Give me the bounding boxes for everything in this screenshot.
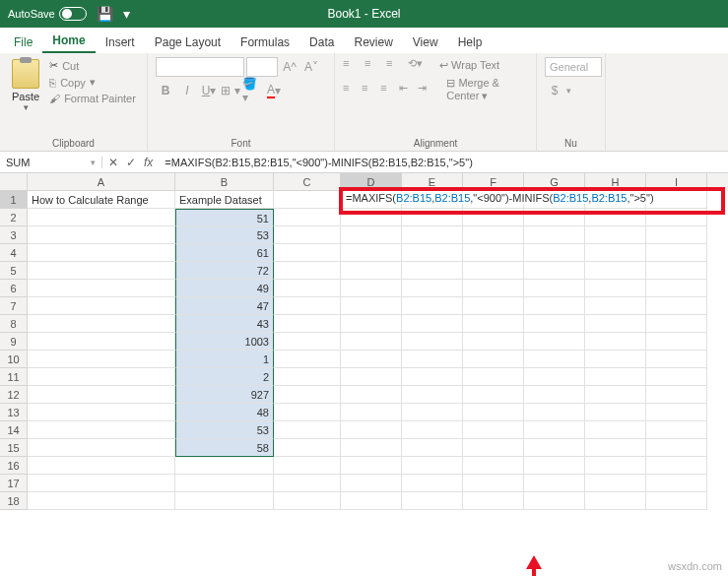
cell-E7[interactable] — [402, 297, 463, 315]
cell-F13[interactable] — [463, 404, 524, 421]
menu-formulas[interactable]: Formulas — [231, 32, 299, 53]
cell-H15[interactable] — [585, 439, 646, 457]
cell-G13[interactable] — [524, 404, 585, 421]
save-icon[interactable]: 💾 — [97, 6, 113, 22]
cell-B16[interactable] — [175, 457, 274, 475]
format-painter-button[interactable]: 🖌Format Painter — [49, 91, 136, 106]
cell-E10[interactable] — [402, 351, 463, 368]
row-header-16[interactable]: 16 — [0, 457, 28, 475]
row-header-8[interactable]: 8 — [0, 315, 28, 333]
cell-B1[interactable]: Example Dataset — [175, 191, 274, 209]
cell-F3[interactable] — [463, 226, 524, 244]
italic-button[interactable]: I — [177, 81, 197, 100]
row-header-15[interactable]: 15 — [0, 439, 28, 457]
cell-C8[interactable] — [274, 315, 341, 333]
cell-D4[interactable] — [341, 244, 402, 262]
cell-I15[interactable] — [646, 439, 707, 457]
cell-C15[interactable] — [274, 439, 341, 457]
cell-E8[interactable] — [402, 315, 463, 333]
cell-G14[interactable] — [524, 421, 585, 439]
cell-H18[interactable] — [585, 492, 646, 510]
menu-file[interactable]: File — [4, 32, 42, 53]
menu-home[interactable]: Home — [42, 30, 95, 53]
cell-B7[interactable]: 47 — [175, 297, 274, 315]
cell-B8[interactable]: 43 — [175, 315, 274, 333]
cell-C10[interactable] — [274, 351, 341, 368]
cell-A7[interactable] — [28, 297, 175, 315]
cell-A12[interactable] — [28, 386, 175, 404]
cell-H12[interactable] — [585, 386, 646, 404]
cell-G17[interactable] — [524, 475, 585, 492]
cell-A16[interactable] — [28, 457, 175, 475]
cell-H10[interactable] — [585, 351, 646, 368]
cell-I5[interactable] — [646, 262, 707, 280]
cell-E2[interactable] — [402, 209, 463, 226]
cell-H5[interactable] — [585, 262, 646, 280]
row-header-4[interactable]: 4 — [0, 244, 28, 262]
cell-H2[interactable] — [585, 209, 646, 226]
col-header-B[interactable]: B — [175, 173, 274, 191]
menu-help[interactable]: Help — [448, 32, 493, 53]
cell-G8[interactable] — [524, 315, 585, 333]
indent-increase-button[interactable]: ⇥ — [418, 82, 432, 97]
cell-I11[interactable] — [646, 368, 707, 386]
cell-D16[interactable] — [341, 457, 402, 475]
cell-F15[interactable] — [463, 439, 524, 457]
cell-H14[interactable] — [585, 421, 646, 439]
cell-G12[interactable] — [524, 386, 585, 404]
cell-F8[interactable] — [463, 315, 524, 333]
number-format-select[interactable]: General — [545, 57, 602, 77]
cell-C12[interactable] — [274, 386, 341, 404]
qat-dropdown-icon[interactable]: ▾ — [123, 6, 130, 22]
cell-A11[interactable] — [28, 368, 175, 386]
cell-C7[interactable] — [274, 297, 341, 315]
cell-B14[interactable]: 53 — [175, 421, 274, 439]
cell-C17[interactable] — [274, 475, 341, 492]
cell-E13[interactable] — [402, 404, 463, 421]
cell-I8[interactable] — [646, 315, 707, 333]
font-size-select[interactable] — [246, 57, 278, 77]
row-header-17[interactable]: 17 — [0, 475, 28, 492]
cell-H3[interactable] — [585, 226, 646, 244]
align-center-button[interactable]: ≡ — [362, 82, 376, 97]
cancel-formula-button[interactable]: ✕ — [108, 156, 118, 169]
row-header-3[interactable]: 3 — [0, 226, 28, 244]
cell-A15[interactable] — [28, 439, 175, 457]
cell-E6[interactable] — [402, 280, 463, 297]
indent-decrease-button[interactable]: ⇤ — [399, 82, 414, 97]
cell-G5[interactable] — [524, 262, 585, 280]
cell-C11[interactable] — [274, 368, 341, 386]
align-left-button[interactable]: ≡ — [343, 82, 358, 97]
cell-D7[interactable] — [341, 297, 402, 315]
cell-E17[interactable] — [402, 475, 463, 492]
cut-button[interactable]: ✂Cut — [49, 57, 136, 74]
cell-I12[interactable] — [646, 386, 707, 404]
cell-I9[interactable] — [646, 333, 707, 351]
cell-C5[interactable] — [274, 262, 341, 280]
cell-H4[interactable] — [585, 244, 646, 262]
border-button[interactable]: ⊞ ▾ — [221, 81, 240, 100]
cell-G3[interactable] — [524, 226, 585, 244]
cell-A17[interactable] — [28, 475, 175, 492]
row-header-7[interactable]: 7 — [0, 297, 28, 315]
cell-G6[interactable] — [524, 280, 585, 297]
col-header-A[interactable]: A — [28, 173, 175, 191]
row-header-5[interactable]: 5 — [0, 262, 28, 280]
cell-B11[interactable]: 2 — [175, 368, 274, 386]
enter-formula-button[interactable]: ✓ — [126, 156, 136, 169]
cell-G10[interactable] — [524, 351, 585, 368]
cell-A1[interactable]: How to Calculate Range — [28, 191, 175, 209]
cell-I2[interactable] — [646, 209, 707, 226]
cell-F11[interactable] — [463, 368, 524, 386]
cell-D17[interactable] — [341, 475, 402, 492]
col-header-C[interactable]: C — [274, 173, 341, 191]
cell-D8[interactable] — [341, 315, 402, 333]
cell-F2[interactable] — [463, 209, 524, 226]
cell-H17[interactable] — [585, 475, 646, 492]
autosave-toggle[interactable]: AutoSave — [8, 7, 87, 21]
cell-I7[interactable] — [646, 297, 707, 315]
cell-D9[interactable] — [341, 333, 402, 351]
row-header-14[interactable]: 14 — [0, 421, 28, 439]
decrease-font-button[interactable]: A˅ — [301, 57, 321, 77]
cell-C4[interactable] — [274, 244, 341, 262]
